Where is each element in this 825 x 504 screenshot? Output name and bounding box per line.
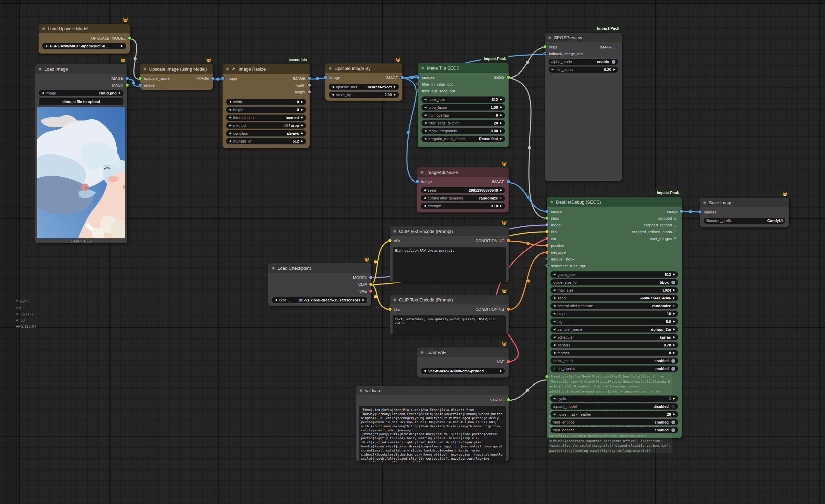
- decrement-arrow[interactable]: ◀: [551, 68, 553, 71]
- collapse-dot[interactable]: [421, 66, 424, 70]
- decrement-arrow[interactable]: ◀: [424, 197, 426, 199]
- increment-arrow[interactable]: ▶: [673, 273, 675, 276]
- node-image-add-noise[interactable]: ImageAddNoiseimageIMAGE◀seed298123688765…: [417, 167, 509, 212]
- increment-arrow[interactable]: ▶: [500, 197, 502, 199]
- upscale-model-input-port[interactable]: [139, 77, 142, 80]
- mask-output-port[interactable]: [126, 84, 129, 87]
- decrement-arrow[interactable]: ◀: [553, 273, 555, 276]
- increment-arrow[interactable]: ▶: [500, 130, 502, 132]
- node-load-image[interactable]: Load ImageIMAGEMASK◀imagecloud.png▶choos…: [35, 64, 127, 243]
- widget-control-after-generate[interactable]: ◀control after generaterandomize▶: [550, 302, 678, 309]
- image-input-port[interactable]: [221, 77, 224, 80]
- image-input-port[interactable]: [324, 76, 327, 79]
- list-output-grid-icon[interactable]: [614, 45, 618, 49]
- positive-prompt-textarea[interactable]: High quality,RAW photo,portrait: [393, 247, 506, 282]
- increment-arrow[interactable]: ▶: [301, 124, 303, 127]
- image-input-port[interactable]: [416, 180, 419, 183]
- increment-arrow[interactable]: ▶: [673, 320, 675, 323]
- widget-min-overlap[interactable]: ◀min_overlap0▶: [421, 112, 505, 119]
- collapse-dot[interactable]: [143, 68, 146, 71]
- widget-feather[interactable]: ◀feather0▶: [550, 350, 678, 356]
- node-titlebar[interactable]: Load Checkpoint: [268, 263, 371, 273]
- image-output-port[interactable]: [211, 77, 214, 80]
- decrement-arrow[interactable]: ◀: [42, 92, 44, 94]
- vae-output-port[interactable]: [507, 360, 510, 363]
- increment-arrow[interactable]: ▶: [119, 92, 121, 94]
- wildcard-textarea[interactable]: {Emma|Liam|Sofia|Noah|Mia|Lucas|Ava|Etha…: [359, 406, 506, 462]
- node-segs-preview[interactable]: Impact-PackSEGSPreviewsegsIMAGEfallback_…: [545, 33, 622, 181]
- collapse-dot[interactable]: [421, 351, 424, 354]
- detailer-hook-input-port[interactable]: [545, 257, 548, 260]
- clip-input-port[interactable]: [388, 308, 392, 311]
- widget-noise-mask-feather[interactable]: ◀noise_mask_feather20▶: [550, 411, 678, 418]
- widget-scale-by[interactable]: ◀scale_by2.00▶: [329, 91, 399, 98]
- height-output-port[interactable]: [308, 90, 311, 93]
- node-titlebar[interactable]: Upscale Image (using Model): [140, 64, 213, 74]
- decrement-arrow[interactable]: ◀: [229, 124, 231, 127]
- widget-denoise[interactable]: ◀denoise0.70▶: [550, 342, 678, 349]
- images-input-port[interactable]: [698, 210, 701, 213]
- decrement-arrow[interactable]: ◀: [553, 413, 555, 416]
- increment-arrow[interactable]: ▶: [500, 189, 502, 192]
- node-titlebar[interactable]: Load Upscale Model: [39, 24, 130, 33]
- filter-out-segs-opt-input-port[interactable]: [416, 89, 419, 92]
- collapse-dot[interactable]: [272, 267, 275, 270]
- increment-arrow[interactable]: ▶: [673, 336, 675, 339]
- increment-arrow[interactable]: ▶: [301, 108, 303, 111]
- decrement-arrow[interactable]: ◀: [553, 305, 555, 307]
- collapse-dot[interactable]: [703, 201, 706, 204]
- clip-input-port[interactable]: [388, 239, 392, 242]
- widget-esrgan-nmkd-superscale-su[interactable]: ◀ESRGAN\NMKD Superscale\Su ...▶: [42, 43, 126, 49]
- widget-bbox-size[interactable]: ◀bbox_size512▶: [421, 96, 505, 103]
- widget-upscale-met[interactable]: ◀upscale_met ...nearest-exact▶: [329, 84, 399, 90]
- widget-steps[interactable]: ◀steps16▶: [550, 310, 678, 317]
- node-titlebar[interactable]: CLIP Text Encode (Prompt): [390, 226, 509, 236]
- conditioning-output-port[interactable]: [507, 308, 510, 311]
- list-output-grid-icon[interactable]: [674, 223, 678, 227]
- decrement-arrow[interactable]: ◀: [553, 336, 555, 339]
- decrement-arrow[interactable]: ◀: [553, 312, 555, 315]
- collapse-dot[interactable]: [393, 298, 396, 301]
- widget-tiled-decode[interactable]: tiled_decodeenabled: [550, 427, 678, 433]
- decrement-arrow[interactable]: ◀: [332, 93, 334, 96]
- node-make-tile-segs[interactable]: Impact-PackMake Tile SEGSimagesSEGSfilte…: [418, 63, 509, 147]
- scheduler-func-opt-input-port[interactable]: [545, 264, 548, 267]
- choose-file-button[interactable]: choose file to upload: [39, 98, 124, 105]
- node-titlebar[interactable]: SEGSPreview: [545, 33, 622, 42]
- decrement-arrow[interactable]: ◀: [229, 116, 231, 119]
- decrement-arrow[interactable]: ◀: [424, 98, 426, 101]
- node-wildcard[interactable]: wildcardSTRING{Emma|Liam|Sofia|Noah|Mia|…: [356, 386, 509, 461]
- collapse-dot[interactable]: [359, 389, 362, 392]
- increment-arrow[interactable]: ▶: [500, 205, 502, 207]
- toggle-dot-inpaint-model[interactable]: [671, 405, 675, 409]
- vae-output-port[interactable]: [369, 290, 372, 293]
- image-output-port[interactable]: [126, 77, 129, 80]
- string-output-port[interactable]: [507, 398, 510, 401]
- decrement-arrow[interactable]: ◀: [332, 86, 334, 88]
- decrement-arrow[interactable]: ◀: [424, 106, 426, 109]
- widget-height[interactable]: ◀height0▶: [226, 106, 306, 113]
- node-titlebar[interactable]: CLIP Text Encode (Prompt): [390, 295, 509, 305]
- toggle-dot-tiled-encode[interactable]: [671, 420, 675, 424]
- increment-arrow[interactable]: ▶: [613, 68, 615, 71]
- node-titlebar[interactable]: ImageAddNoise: [417, 167, 509, 177]
- widget-filename-prefix[interactable]: filename_prefixComfyUI: [703, 217, 786, 224]
- toggle-dot-noise-mask[interactable]: [671, 359, 675, 363]
- widget-alpha-mode[interactable]: alpha_modeenable: [548, 58, 618, 65]
- increment-arrow[interactable]: ▶: [673, 297, 675, 299]
- widget-width[interactable]: ◀width0▶: [226, 99, 306, 105]
- node-titlebar[interactable]: Make Tile SEGS: [418, 63, 509, 73]
- list-output-grid-icon[interactable]: [674, 217, 678, 220]
- collapse-dot[interactable]: [329, 67, 332, 70]
- conditioning-output-port[interactable]: [507, 239, 510, 242]
- image-output-port[interactable]: [507, 180, 510, 183]
- increment-arrow[interactable]: ▶: [673, 312, 675, 315]
- node-titlebar[interactable]: Load VAE: [417, 347, 509, 357]
- node-titlebar[interactable]: Upscale Image By: [325, 63, 402, 73]
- node-titlebar[interactable]: Save Image: [700, 198, 789, 207]
- widget-vae-ft-mse-840000-ema-pruned[interactable]: ◀vae-ft-mse-840000-ema-pruned. ...▶: [421, 368, 505, 374]
- node-image-resize[interactable]: essentialsImage ResizeimageIMAGEwidthhei…: [223, 64, 310, 148]
- decrement-arrow[interactable]: ◀: [275, 299, 277, 301]
- increment-arrow[interactable]: ▶: [673, 397, 675, 400]
- widget-force-inpaint[interactable]: force_inpaintenabled: [550, 365, 678, 372]
